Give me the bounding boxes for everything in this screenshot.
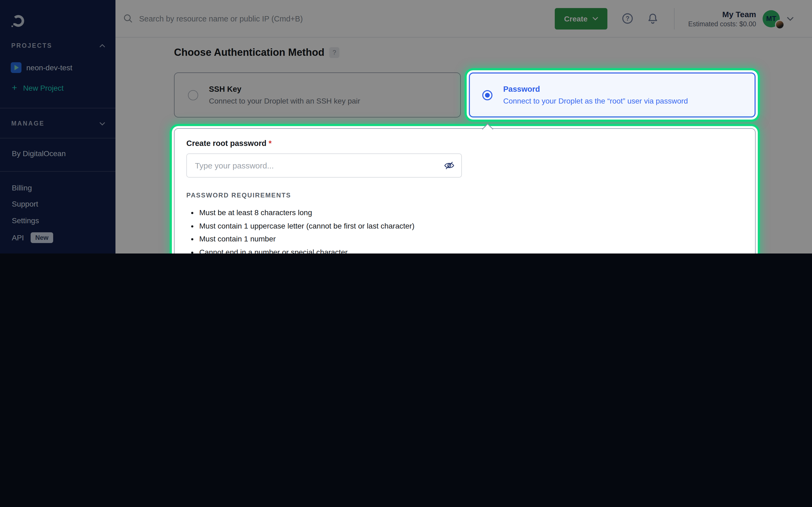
help-button[interactable]: ? (621, 12, 634, 25)
password-input-wrap (186, 154, 462, 178)
password-requirements-header: PASSWORD REQUIREMENTS (186, 191, 742, 199)
avatar-initials: MT (766, 14, 776, 22)
project-icon (11, 62, 21, 73)
auth-method-heading-row: Choose Authentication Method ? (174, 47, 756, 58)
sidebar-item-by-digitalocean[interactable]: By DigitalOcean (12, 148, 115, 159)
required-asterisk: * (268, 139, 271, 148)
bell-icon (647, 12, 659, 25)
sidebar-item-project-neon-dev-test[interactable]: neon-dev-test (11, 62, 115, 73)
notifications-button[interactable] (647, 12, 659, 25)
new-project-button[interactable]: + New Project (12, 82, 115, 93)
password-label-row: Create root password * (186, 139, 742, 148)
manage-header-label: MANAGE (11, 120, 45, 127)
content-area: Create ? My Team Estimated costs: $0.00 (115, 0, 812, 253)
sidebar-item-support[interactable]: Support (12, 199, 115, 209)
ssh-key-title: SSH Key (209, 85, 360, 93)
settings-label: Settings (12, 216, 39, 225)
top-bar: Create ? My Team Estimated costs: $0.00 (115, 0, 812, 38)
requirement-item: Must contain 1 number (199, 232, 742, 245)
svg-text:?: ? (626, 15, 629, 22)
support-label: Support (12, 200, 38, 208)
create-droplet-form: Choose Authentication Method ? SSH Key C… (115, 47, 812, 253)
toggle-password-visibility-button[interactable] (444, 160, 455, 171)
chevron-down-icon (592, 17, 598, 20)
password-field-label: Create root password (186, 139, 266, 148)
section-caret (481, 123, 494, 129)
project-name-label: neon-dev-test (26, 63, 72, 72)
radio-selected[interactable] (482, 90, 493, 100)
requirement-item: Must contain 1 uppercase letter (cannot … (199, 219, 742, 232)
auth-option-password[interactable]: Password Connect to your Droplet as the … (469, 72, 756, 117)
auth-options: SSH Key Connect to your Droplet with an … (174, 72, 756, 117)
team-avatar[interactable]: MT (763, 10, 780, 27)
page-title: Choose Authentication Method (174, 47, 324, 58)
sidebar-item-api[interactable]: API New (12, 232, 115, 243)
auth-option-ssh-key[interactable]: SSH Key Connect to your Droplet with an … (174, 72, 461, 117)
chevron-down-icon (99, 121, 105, 125)
user-avatar (775, 19, 784, 29)
password-title: Password (503, 85, 688, 93)
create-button-label: Create (564, 14, 588, 23)
team-name: My Team (682, 9, 756, 18)
topbar-divider (674, 8, 674, 29)
search-input[interactable] (138, 14, 369, 23)
radio-unselected[interactable] (188, 90, 198, 100)
requirement-item: Cannot end in a number or special charac… (199, 245, 742, 253)
password-requirements-list: Must be at least 8 characters long Must … (186, 206, 742, 253)
sidebar-item-settings[interactable]: Settings (12, 215, 115, 226)
team-menu[interactable]: My Team Estimated costs: $0.00 (682, 9, 756, 27)
chevron-up-icon (99, 44, 105, 48)
create-button[interactable]: Create (555, 8, 607, 29)
new-badge: New (30, 232, 53, 243)
sidebar-divider (0, 171, 115, 172)
new-project-label: New Project (23, 84, 64, 92)
help-tooltip-badge[interactable]: ? (329, 47, 340, 58)
sidebar-divider (0, 108, 115, 108)
ssh-key-description: Connect to your Droplet with an SSH key … (209, 97, 360, 105)
sidebar: PROJECTS neon-dev-test + New Project MAN… (0, 0, 115, 253)
digitalocean-control-panel: PROJECTS neon-dev-test + New Project MAN… (0, 0, 812, 253)
password-description: Connect to your Droplet as the “root” us… (503, 97, 688, 105)
api-label: API (12, 233, 24, 242)
estimated-costs: Estimated costs: $0.00 (682, 20, 756, 27)
plus-icon: + (12, 84, 17, 92)
help-icon: ? (621, 12, 634, 25)
password-form-section: Create root password * PASSWORD REQUIREM… (174, 128, 756, 253)
by-digitalocean-label: By DigitalOcean (12, 149, 66, 158)
projects-header-label: PROJECTS (11, 42, 52, 49)
sidebar-item-billing[interactable]: Billing (12, 182, 115, 193)
eye-off-icon (444, 160, 455, 171)
billing-label: Billing (12, 183, 32, 192)
projects-section-header[interactable]: PROJECTS (11, 42, 105, 49)
digitalocean-logo-icon (11, 13, 26, 29)
search-icon (123, 13, 133, 23)
sidebar-divider (0, 138, 115, 138)
global-search[interactable] (123, 13, 555, 23)
password-input[interactable] (186, 154, 462, 178)
chevron-down-icon[interactable] (787, 16, 794, 21)
requirement-item: Must be at least 8 characters long (199, 206, 742, 219)
manage-section-header[interactable]: MANAGE (11, 120, 105, 127)
